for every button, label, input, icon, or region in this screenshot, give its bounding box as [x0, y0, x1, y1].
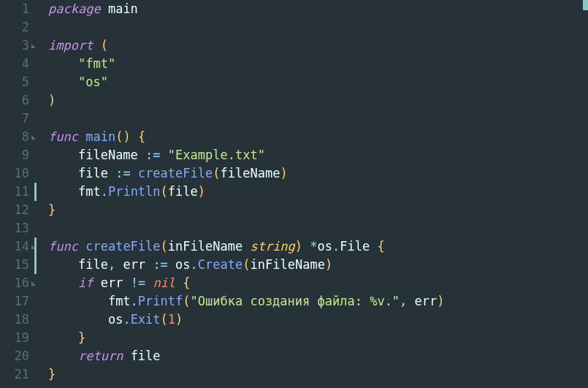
code-line[interactable] [48, 18, 588, 37]
token-kw: package [48, 1, 101, 16]
token-ident: fmt [108, 294, 131, 308]
line-number: 5 [0, 73, 37, 91]
token-punc: , [108, 257, 115, 272]
line-number: 19 [0, 329, 37, 347]
token-paren: ) [437, 294, 444, 308]
token-ident: err [415, 294, 438, 308]
token-punc: , [400, 294, 407, 308]
code-line[interactable]: file := createFile(fileName) [48, 164, 588, 183]
token-kw: func [48, 129, 78, 144]
code-line[interactable]: ) [48, 91, 588, 110]
token-pkg: main [108, 1, 138, 16]
line-number: 3 [0, 37, 37, 55]
line-number: 14 [0, 237, 37, 256]
change-bar [34, 256, 37, 274]
token-punc: . [101, 184, 108, 199]
token-str: "fmt" [78, 56, 115, 71]
token-str: "Ошибка создания файла: %v." [191, 294, 400, 308]
token-call: createFile [138, 166, 213, 180]
line-number: 9 [0, 146, 37, 164]
token-paren: ( [183, 294, 190, 308]
token-kw: return [78, 349, 123, 363]
line-number: 15 [0, 256, 37, 274]
code-line[interactable] [48, 219, 588, 237]
token-paren: ( [243, 257, 250, 272]
scroll-indicator [583, 0, 588, 10]
change-bar [34, 183, 37, 201]
code-line[interactable]: "fmt" [48, 55, 588, 73]
code-line[interactable]: } [48, 201, 588, 219]
code-line[interactable]: os.Exit(1) [48, 311, 588, 329]
line-number: 4 [0, 55, 37, 73]
token-paren: ) [175, 312, 183, 327]
code-line[interactable]: package main [48, 0, 588, 18]
token-ident: file [168, 184, 198, 199]
token-paren: ( [161, 239, 168, 254]
token-call: Create [198, 257, 243, 272]
token-call: Exit [131, 312, 161, 327]
line-number: 13 [0, 219, 37, 237]
token-ident: File [340, 239, 370, 254]
code-line[interactable]: import ( [48, 37, 588, 55]
token-op: != [131, 275, 145, 290]
line-number: 11 [0, 183, 37, 201]
token-paren: ) [198, 184, 205, 199]
line-number: 6 [0, 91, 37, 110]
line-number: 12 [0, 201, 37, 219]
code-line[interactable]: fileName := "Example.txt" [48, 146, 588, 164]
token-punc: . [131, 294, 138, 308]
token-fn: main [85, 129, 115, 144]
token-ident: err [101, 275, 123, 290]
token-ident: os [175, 257, 190, 272]
token-ident: os [108, 312, 123, 327]
line-number: 21 [0, 365, 37, 384]
token-brace: { [183, 275, 190, 290]
token-ident: file [131, 349, 161, 363]
token-ident: fileName [78, 148, 138, 162]
fold-icon[interactable] [30, 37, 37, 55]
token-paren: ) [280, 166, 287, 180]
token-kw: import [48, 38, 93, 53]
line-number: 8 [0, 128, 37, 146]
token-fn: createFile [85, 239, 160, 254]
token-paren: ) [325, 257, 332, 272]
line-number: 1 [0, 0, 37, 18]
line-number-gutter: 123456789101112131415161718192021 [0, 0, 41, 388]
token-brace: } [48, 367, 56, 381]
fold-icon[interactable] [30, 274, 37, 292]
token-paren: ) [295, 239, 302, 254]
token-brace: { [138, 129, 145, 144]
code-line[interactable]: "os" [48, 73, 588, 91]
code-line[interactable]: } [48, 329, 588, 347]
change-bar [34, 237, 37, 256]
code-line[interactable]: func createFile(inFileName string) *os.F… [48, 237, 588, 256]
token-paren: () [115, 129, 130, 144]
code-line[interactable]: file, err := os.Create(inFileName) [48, 256, 588, 274]
code-area[interactable]: package mainimport ( "fmt" "os")func mai… [41, 0, 588, 388]
fold-icon[interactable] [30, 128, 37, 146]
line-number: 20 [0, 347, 37, 365]
token-call: Printf [138, 294, 183, 308]
token-ident: fmt [78, 184, 101, 199]
line-number: 16 [0, 274, 37, 292]
code-line[interactable]: func main() { [48, 128, 588, 146]
token-brace: } [78, 330, 85, 345]
code-line[interactable]: return file [48, 347, 588, 365]
token-punc: . [332, 239, 340, 254]
token-kw: func [48, 239, 78, 254]
code-editor[interactable]: 123456789101112131415161718192021 packag… [0, 0, 588, 388]
token-op: := [115, 166, 130, 180]
token-brace: } [48, 202, 56, 217]
code-line[interactable]: fmt.Println(file) [48, 183, 588, 201]
token-ident: inFileName [251, 257, 325, 272]
code-line[interactable]: if err != nil { [48, 274, 588, 292]
line-number: 7 [0, 110, 37, 128]
token-ident: inFileName [168, 239, 243, 254]
code-line[interactable] [48, 110, 588, 128]
line-number: 17 [0, 292, 37, 311]
token-brace: { [378, 239, 385, 254]
token-paren: ( [101, 38, 108, 53]
code-line[interactable]: fmt.Printf("Ошибка создания файла: %v.",… [48, 292, 588, 311]
code-line[interactable]: } [48, 365, 588, 384]
token-ident: os [318, 239, 332, 254]
